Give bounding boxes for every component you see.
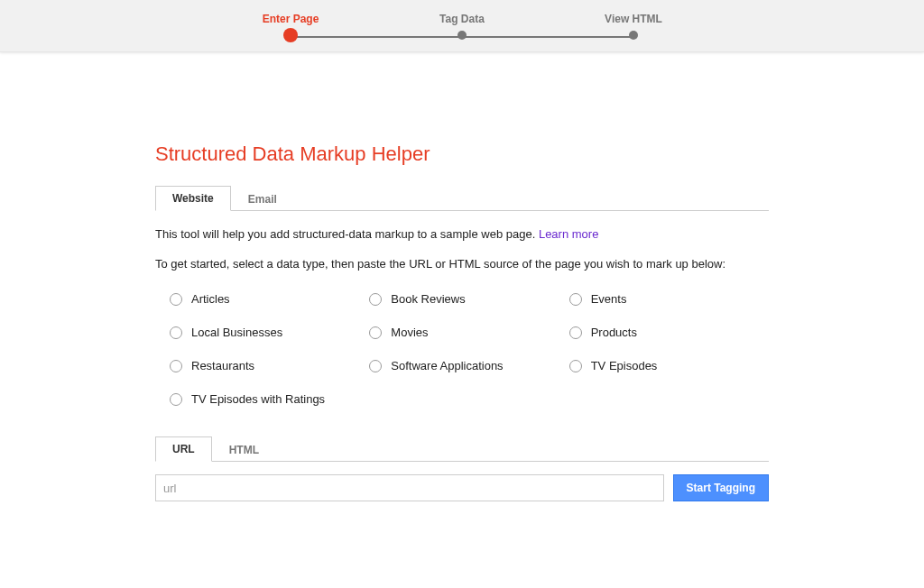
- progress-header: Enter Page Tag Data View HTML: [0, 0, 924, 52]
- intro-text: This tool will help you add structured-d…: [155, 227, 769, 241]
- learn-more-link[interactable]: Learn more: [539, 227, 598, 241]
- progress-step-dot-icon: [457, 31, 467, 40]
- input-row: Start Tagging: [155, 474, 769, 501]
- progress-step-dot-icon: [283, 28, 298, 42]
- radio-tv-episodes-ratings[interactable]: TV Episodes with Ratings: [170, 392, 369, 406]
- radio-label: Restaurants: [191, 359, 254, 372]
- radio-icon: [569, 326, 582, 339]
- radio-icon: [170, 326, 182, 339]
- radio-icon: [369, 360, 382, 372]
- tab-html[interactable]: HTML: [212, 437, 276, 462]
- radio-label: Movies: [391, 326, 428, 339]
- tab-website[interactable]: Website: [155, 186, 231, 211]
- tab-email[interactable]: Email: [231, 187, 294, 211]
- content-type-tabstrip: Website Email: [155, 188, 769, 211]
- radio-book-reviews[interactable]: Book Reviews: [369, 292, 568, 306]
- radio-icon: [369, 326, 382, 339]
- page-title: Structured Data Markup Helper: [155, 142, 769, 166]
- source-tabstrip: URL HTML: [155, 438, 769, 462]
- radio-label: Local Businesses: [191, 326, 282, 339]
- radio-icon: [369, 293, 382, 306]
- radio-label: TV Episodes: [591, 359, 658, 372]
- radio-label: TV Episodes with Ratings: [191, 392, 325, 406]
- progress-step-tag-data[interactable]: Tag Data: [426, 13, 498, 42]
- radio-tv-episodes[interactable]: TV Episodes: [569, 359, 769, 372]
- radio-icon: [569, 360, 582, 372]
- radio-events[interactable]: Events: [569, 292, 769, 306]
- radio-label: Events: [591, 292, 627, 306]
- data-type-grid: Articles Book Reviews Events Local Busin…: [155, 292, 769, 406]
- tab-url[interactable]: URL: [155, 436, 212, 462]
- progress-step-label: View HTML: [605, 13, 662, 25]
- radio-products[interactable]: Products: [569, 326, 769, 339]
- radio-restaurants[interactable]: Restaurants: [170, 359, 369, 372]
- url-input[interactable]: [155, 474, 664, 501]
- instructions-text: To get started, select a data type, then…: [155, 257, 769, 271]
- main-container: Structured Data Markup Helper Website Em…: [155, 142, 769, 501]
- radio-label: Products: [591, 326, 637, 339]
- radio-icon: [170, 360, 182, 372]
- radio-label: Book Reviews: [391, 292, 465, 306]
- radio-local-businesses[interactable]: Local Businesses: [170, 326, 369, 339]
- start-tagging-button[interactable]: Start Tagging: [673, 474, 769, 501]
- intro-body: This tool will help you add structured-d…: [155, 227, 539, 241]
- radio-icon: [170, 393, 182, 406]
- radio-label: Articles: [191, 292, 230, 306]
- radio-icon: [170, 293, 182, 306]
- radio-label: Software Applications: [391, 359, 503, 372]
- radio-movies[interactable]: Movies: [369, 326, 568, 339]
- progress-step-enter-page[interactable]: Enter Page: [254, 13, 327, 42]
- radio-articles[interactable]: Articles: [170, 292, 369, 306]
- progress-step-label: Enter Page: [263, 13, 319, 25]
- radio-icon: [569, 293, 582, 306]
- progress-step-dot-icon: [629, 31, 638, 40]
- progress-step-view-html[interactable]: View HTML: [597, 13, 670, 42]
- radio-software-applications[interactable]: Software Applications: [369, 359, 568, 372]
- progress-step-label: Tag Data: [439, 13, 485, 25]
